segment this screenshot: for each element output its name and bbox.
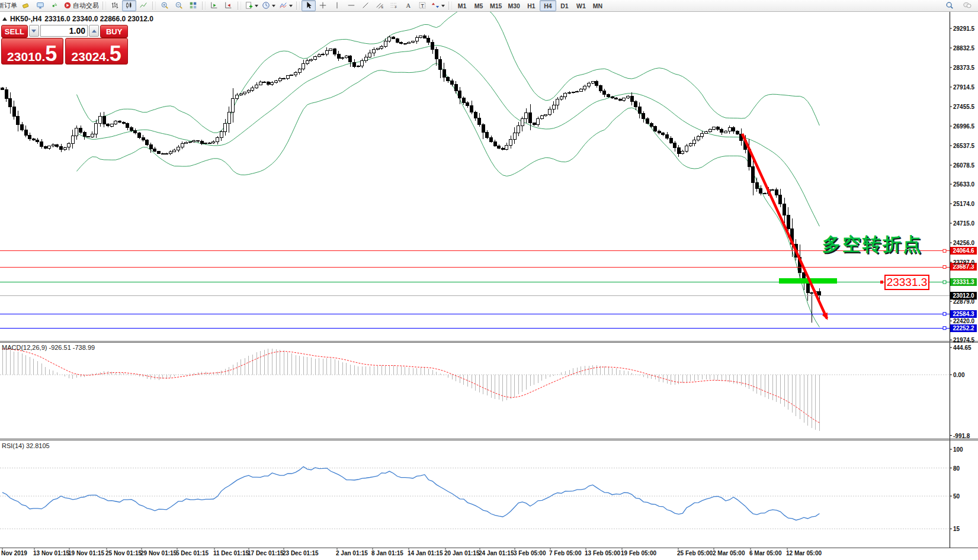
indicators-icon bbox=[279, 1, 287, 11]
candlestick-chart-button[interactable] bbox=[122, 0, 136, 11]
arrows-icon bbox=[431, 1, 440, 11]
chartshift-icon bbox=[225, 1, 233, 11]
chat-button[interactable] bbox=[960, 0, 974, 11]
text-label-button[interactable]: T bbox=[415, 0, 429, 11]
zoom-out-button[interactable] bbox=[172, 0, 186, 11]
svg-text:F: F bbox=[395, 5, 397, 9]
spin-down-icon bbox=[31, 30, 36, 33]
candles-icon bbox=[125, 1, 133, 11]
trend-arrow[interactable] bbox=[742, 134, 827, 318]
highlight-tool-button[interactable] bbox=[19, 0, 33, 11]
zoom-in-button[interactable] bbox=[158, 0, 172, 11]
fibonacci-button[interactable]: F bbox=[387, 0, 401, 11]
cursor-icon bbox=[304, 1, 313, 11]
crosshair-icon bbox=[319, 1, 327, 11]
toolbar-handle bbox=[448, 2, 452, 9]
autotrading-button-label: 自动交易 bbox=[73, 1, 99, 10]
bollinger-middle-band bbox=[76, 46, 819, 227]
timeframe-m1-button[interactable]: M1 bbox=[454, 0, 470, 11]
timeframe-m30-button[interactable]: M30 bbox=[505, 0, 522, 11]
buy-button[interactable]: BUY bbox=[100, 25, 128, 38]
toolbar-handle bbox=[238, 2, 241, 9]
cursor-button[interactable] bbox=[302, 0, 316, 11]
autotrade-icon bbox=[63, 1, 72, 11]
search-icon bbox=[945, 1, 954, 11]
chart-canvas[interactable] bbox=[0, 0, 978, 560]
channel-icon: E bbox=[376, 1, 384, 11]
auto-scroll-button[interactable] bbox=[207, 0, 222, 11]
svg-text:T: T bbox=[421, 2, 424, 8]
chevron-down-icon bbox=[272, 5, 275, 7]
spin-up-icon bbox=[92, 30, 97, 33]
timeframe-w1-button[interactable]: W1 bbox=[573, 0, 589, 11]
textT-icon: T bbox=[418, 1, 427, 11]
buy-price-frac: 5 bbox=[110, 45, 121, 63]
pivot-line-23331-handle[interactable] bbox=[943, 281, 946, 284]
resistance-line-24064-handle[interactable] bbox=[943, 249, 946, 252]
bar-chart-button[interactable] bbox=[108, 0, 122, 11]
buy-price-display[interactable]: 23024.5 bbox=[65, 38, 129, 65]
timeframe-h4-button[interactable]: H4 bbox=[540, 0, 556, 11]
market-watch-button[interactable] bbox=[33, 0, 47, 11]
text-button[interactable]: A bbox=[401, 0, 415, 11]
equidistant-channel-button[interactable]: E bbox=[373, 0, 387, 11]
fibo-icon: F bbox=[390, 1, 398, 11]
toolbar-handle bbox=[152, 2, 156, 9]
new-template-button[interactable] bbox=[243, 0, 260, 11]
sell-button[interactable]: SELL bbox=[1, 25, 28, 38]
timeframe-m15-button[interactable]: M15 bbox=[487, 0, 505, 11]
sell-price-main: 23010 bbox=[7, 50, 41, 63]
period-menu-button[interactable] bbox=[260, 0, 277, 11]
tline-icon bbox=[361, 1, 370, 11]
sell-price-frac: 5 bbox=[45, 45, 57, 63]
monitor-icon bbox=[36, 1, 44, 11]
search-button[interactable] bbox=[942, 0, 957, 11]
zoomout-icon bbox=[175, 1, 183, 11]
new-order-button-label: 新订单 bbox=[0, 1, 17, 10]
svg-text:A: A bbox=[406, 2, 411, 8]
arrows-tool-button[interactable] bbox=[429, 0, 447, 11]
rsi-pane[interactable] bbox=[0, 466, 950, 529]
rsi-line bbox=[2, 466, 819, 520]
lot-increase-button[interactable] bbox=[89, 25, 99, 37]
support-line-22584-handle[interactable] bbox=[943, 313, 946, 316]
timeframe-m5-button[interactable]: M5 bbox=[470, 0, 487, 11]
signals-button[interactable] bbox=[47, 0, 62, 11]
timeframe-mn-button[interactable]: MN bbox=[589, 0, 606, 11]
svg-text:E: E bbox=[381, 5, 384, 9]
resistance-line-23687-handle[interactable] bbox=[943, 266, 946, 269]
hline-icon bbox=[347, 1, 355, 11]
clock-icon bbox=[262, 1, 270, 11]
new-order-button[interactable]: 新订单 bbox=[0, 0, 19, 11]
line-chart-button[interactable] bbox=[136, 0, 150, 11]
macd-pane[interactable] bbox=[0, 349, 950, 431]
tiles-icon bbox=[189, 1, 197, 11]
horizontal-line-button[interactable] bbox=[344, 0, 358, 11]
toolbar-handle bbox=[102, 2, 106, 9]
macd-signal-line bbox=[2, 349, 819, 423]
vertical-line-button[interactable] bbox=[330, 0, 344, 11]
chart-shift-button[interactable] bbox=[222, 0, 236, 11]
crosshair-button[interactable] bbox=[316, 0, 330, 11]
vline-icon bbox=[333, 1, 341, 11]
autotrading-button[interactable]: 自动交易 bbox=[62, 0, 101, 11]
indicators-menu-button[interactable] bbox=[277, 0, 294, 11]
textA-icon: A bbox=[404, 1, 412, 11]
lot-size-input[interactable] bbox=[40, 25, 88, 37]
zoomin-icon bbox=[161, 1, 169, 11]
autoscroll-icon bbox=[210, 1, 219, 11]
support-line-22252-handle[interactable] bbox=[943, 327, 946, 330]
timeframe-h1-button[interactable]: H1 bbox=[523, 0, 540, 11]
bollinger-lower-band bbox=[76, 63, 819, 327]
sell-price-display[interactable]: 23010.5 bbox=[1, 38, 63, 65]
trendline-button[interactable] bbox=[358, 0, 373, 11]
template-icon bbox=[245, 1, 253, 11]
signal-icon bbox=[50, 1, 59, 11]
main-toolbar: 新订单自动交易EFATM1M5M15M30H1H4D1W1MN bbox=[0, 0, 978, 12]
toolbar-handle bbox=[202, 2, 206, 9]
lot-decrease-button[interactable] bbox=[29, 25, 39, 37]
chevron-down-icon bbox=[441, 5, 445, 7]
tile-windows-button[interactable] bbox=[186, 0, 200, 11]
timeframe-d1-button[interactable]: D1 bbox=[556, 0, 573, 11]
chevron-down-icon bbox=[255, 5, 258, 7]
